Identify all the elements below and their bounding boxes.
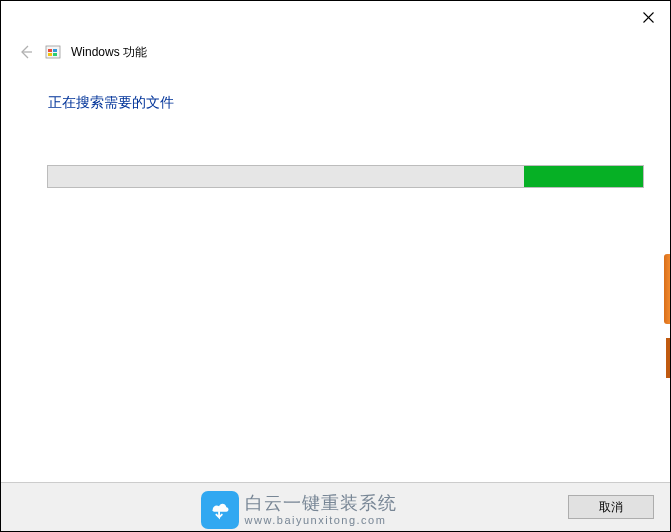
status-text: 正在搜索需要的文件 xyxy=(48,94,174,112)
progress-fill xyxy=(524,166,643,187)
close-icon xyxy=(643,12,654,23)
back-button xyxy=(17,43,35,61)
window-title: Windows 功能 xyxy=(71,44,147,61)
svg-rect-5 xyxy=(53,49,57,52)
svg-rect-4 xyxy=(48,49,52,52)
svg-rect-6 xyxy=(48,53,52,56)
window-frame: Windows 功能 正在搜索需要的文件 取消 白云一键重装系统 www.bai… xyxy=(0,0,671,532)
back-arrow-icon xyxy=(18,44,34,60)
cancel-button[interactable]: 取消 xyxy=(568,495,654,519)
header-row: Windows 功能 xyxy=(17,43,147,61)
progress-bar xyxy=(47,165,644,188)
windows-features-icon xyxy=(45,44,61,60)
close-button[interactable] xyxy=(640,9,656,25)
side-accent xyxy=(666,338,670,378)
side-accent xyxy=(664,254,670,324)
svg-rect-7 xyxy=(53,53,57,56)
button-bar: 取消 xyxy=(1,482,670,531)
